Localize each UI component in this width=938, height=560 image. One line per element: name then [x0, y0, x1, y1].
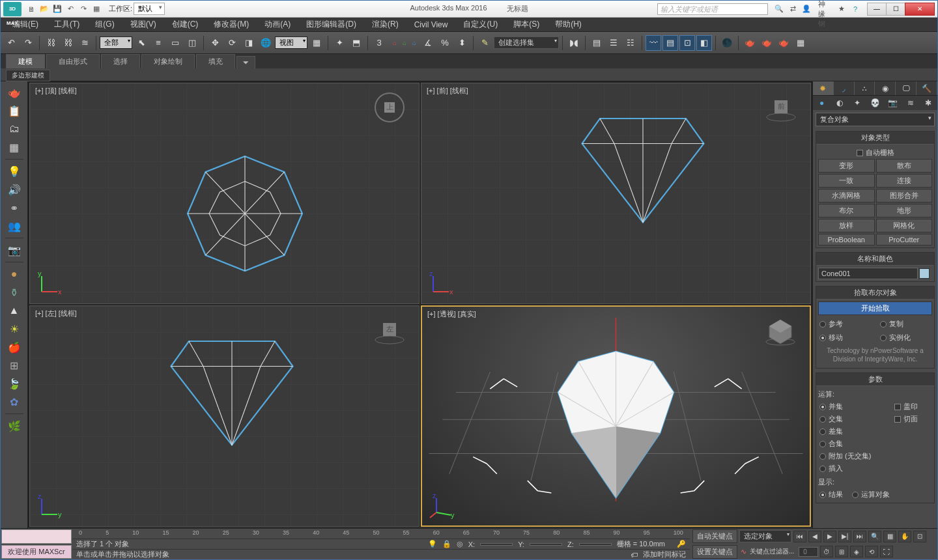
snap-x[interactable]: ⌂ — [390, 36, 399, 49]
layers-button[interactable]: ☰ — [606, 35, 621, 51]
keyfilter-link[interactable]: 关键点过滤器... — [750, 547, 794, 556]
window-crossing-button[interactable]: ◫ — [184, 35, 200, 51]
helpers-subtab[interactable]: 📷 — [884, 96, 902, 110]
btn-terrain[interactable]: 地形 — [876, 204, 933, 217]
snap-z[interactable]: ⌂ — [410, 36, 419, 49]
scene-explorer[interactable]: ◧ — [696, 35, 712, 51]
maximize-button[interactable]: ☐ — [886, 3, 905, 16]
help-icon[interactable]: ? — [849, 4, 861, 14]
apple-icon[interactable]: 🍎 — [5, 339, 24, 356]
nav-orbit[interactable]: ⟲ — [865, 546, 878, 557]
autogrid-checkbox[interactable] — [857, 150, 863, 156]
radio-operands[interactable] — [852, 492, 859, 498]
geom-subtab[interactable]: ● — [813, 96, 831, 110]
material-editor[interactable]: 🌑 — [719, 35, 735, 51]
vp-front-label[interactable]: [+] [前] [线框] — [427, 86, 468, 96]
sphere-icon[interactable]: ● — [5, 266, 24, 283]
menu-civil[interactable]: Civil View — [408, 19, 455, 31]
minimize-button[interactable]: — — [867, 3, 887, 16]
name-color-header[interactable]: 名称和颜色 — [816, 253, 934, 266]
pivot-button[interactable]: ▦ — [309, 35, 324, 51]
pick-header[interactable]: 拾取布尔对象 — [816, 287, 934, 300]
exchange-icon[interactable]: ⇄ — [787, 4, 799, 14]
radio-merge[interactable] — [819, 441, 826, 447]
menu-graph[interactable]: 图形编辑器(D) — [300, 18, 363, 31]
menu-create[interactable]: 创建(C) — [165, 18, 205, 31]
layer-explorer[interactable]: ☷ — [623, 35, 638, 51]
lock-icon[interactable]: 💡 — [428, 540, 437, 548]
maxscript-mini[interactable] — [1, 529, 72, 544]
unlink-button[interactable]: ⛓̷ — [60, 35, 76, 51]
goto-end[interactable]: ⏭ — [853, 531, 866, 542]
notes-icon[interactable]: 📋 — [5, 102, 24, 119]
menu-animation[interactable]: 动画(A) — [258, 18, 297, 31]
play-button[interactable]: ▶ — [823, 531, 836, 542]
radio-instance[interactable] — [880, 335, 887, 341]
viewcube-top[interactable]: 上 — [373, 91, 406, 124]
undo-icon[interactable]: ↶ — [64, 3, 76, 15]
snap-toggle[interactable]: 3 — [371, 35, 387, 51]
light-icon[interactable]: 💡 — [5, 163, 24, 180]
gear-icon[interactable]: ✿ — [5, 393, 24, 410]
circles-icon[interactable]: ⚭ — [5, 199, 24, 216]
schematic-view[interactable]: ⊡ — [679, 35, 695, 51]
select-region-button[interactable]: ▭ — [167, 35, 183, 51]
menu-group[interactable]: 组(G) — [89, 18, 121, 31]
vp-top-label[interactable]: [+] [顶] [线框] — [35, 86, 77, 96]
viewcube-front[interactable]: 前 — [765, 91, 797, 124]
nav-max[interactable]: ⛶ — [880, 546, 893, 557]
lights-subtab[interactable]: ✦ — [849, 96, 866, 110]
render-setup[interactable]: 🫖 — [742, 35, 758, 51]
key-icon[interactable]: 🔑 — [677, 540, 686, 548]
fav-icon[interactable]: ★ — [836, 4, 847, 14]
space-subtab[interactable]: ≋ — [902, 96, 919, 110]
select-name-button[interactable]: ≡ — [150, 35, 166, 51]
btn-connect[interactable]: 连接 — [876, 174, 933, 188]
grid-icon[interactable]: ▦ — [5, 139, 24, 156]
redo-button[interactable]: ↷ — [20, 35, 36, 51]
menu-tools[interactable]: 工具(T) — [48, 18, 86, 31]
btn-proboolean[interactable]: ProBoolean — [818, 234, 875, 245]
viewport-front[interactable]: [+] [前] [线框] 前 zx — [421, 83, 811, 304]
link-button[interactable]: ⛓ — [43, 35, 59, 51]
scale-button[interactable]: ◨ — [241, 35, 257, 51]
new-icon[interactable]: 🗎 — [25, 3, 37, 15]
refsys-dropdown[interactable]: 视图 — [275, 36, 307, 49]
systems-subtab[interactable]: ✱ — [920, 96, 937, 110]
undo-button[interactable]: ↶ — [3, 35, 19, 51]
menu-edit[interactable]: 编辑(E) — [6, 18, 45, 31]
cameras-subtab[interactable]: 💀 — [866, 96, 884, 110]
align-button[interactable]: ▤ — [589, 35, 604, 51]
vp-persp-label[interactable]: [+] [透视] [真实] — [427, 309, 476, 319]
category-dropdown[interactable]: 复合对象 — [816, 113, 935, 126]
vp-left-label[interactable]: [+] [左] [线框] — [35, 309, 77, 318]
motion-tab[interactable]: ◉ — [875, 81, 896, 95]
y-coord[interactable] — [530, 543, 562, 546]
snap-y[interactable]: ⌂ — [400, 36, 409, 49]
isolate-icon[interactable]: ◎ — [457, 540, 463, 548]
object-name-input[interactable] — [818, 268, 918, 279]
modify-tab[interactable]: ◞ — [834, 81, 855, 95]
create-tab[interactable]: ✸ — [813, 81, 834, 95]
start-pick-button[interactable]: 开始拾取 — [818, 301, 932, 315]
frame-input[interactable]: 0 — [799, 547, 818, 557]
menu-modifier[interactable]: 修改器(M) — [207, 18, 255, 31]
menu-help[interactable]: 帮助(H) — [548, 18, 588, 31]
x-coord[interactable] — [480, 543, 513, 546]
radio-copy[interactable] — [880, 321, 887, 328]
tab-fill[interactable]: 填充 — [196, 54, 235, 68]
dope-sheet[interactable]: ▤ — [662, 35, 678, 51]
nav-fov[interactable]: ▦ — [883, 531, 896, 542]
display-tab[interactable]: 🖵 — [896, 81, 917, 95]
radio-reference[interactable] — [819, 321, 826, 328]
tab-paint[interactable]: 对象绘制 — [141, 54, 195, 68]
named-sel-edit[interactable]: ✎ — [477, 35, 492, 51]
teapot-icon[interactable]: 🫖 — [5, 84, 24, 101]
nav-zoom[interactable]: 🔍 — [868, 531, 881, 542]
selection-filter[interactable]: 全部 — [100, 36, 132, 49]
sun-icon[interactable]: ☀ — [5, 320, 24, 337]
project-icon[interactable]: ▦ — [91, 3, 102, 15]
utilities-tab[interactable]: 🔨 — [917, 81, 937, 95]
object-color-swatch[interactable] — [919, 268, 930, 279]
radio-subtract[interactable] — [819, 428, 826, 435]
